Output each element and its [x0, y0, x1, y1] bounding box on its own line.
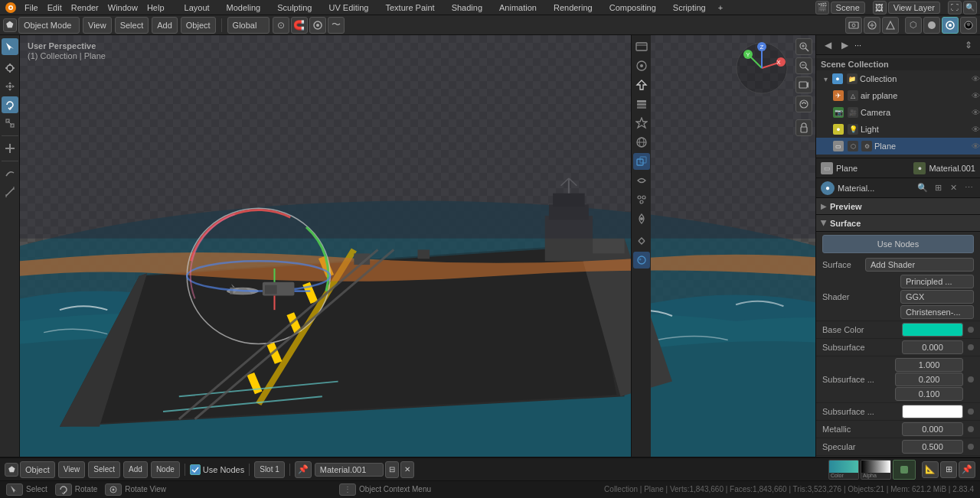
- subsurface-node-dot[interactable]: [968, 344, 974, 350]
- bottom-view-btn[interactable]: View: [58, 461, 86, 478]
- sc-eye-airpplane[interactable]: 👁: [972, 91, 980, 100]
- material-name-field[interactable]: Material.001: [315, 463, 384, 477]
- tab-animation[interactable]: Animation: [492, 0, 544, 15]
- bottom-add-btn[interactable]: Add: [123, 461, 148, 478]
- sc-item-plane[interactable]: ▭ ⬡ ⚙ Plane 👁: [816, 138, 980, 155]
- context-menu-icon[interactable]: ⋮: [339, 483, 356, 496]
- subsurface-value[interactable]: 0.000: [902, 340, 963, 354]
- base-color-swatch[interactable]: [902, 323, 963, 337]
- menu-edit[interactable]: Edit: [43, 0, 67, 15]
- rotate-status-icon[interactable]: [55, 483, 72, 496]
- subsurface-g-value[interactable]: 0.200: [895, 373, 963, 386]
- tool-cursor[interactable]: [2, 60, 18, 76]
- pin-icon[interactable]: 📌: [295, 461, 312, 478]
- preview-section-header[interactable]: ▶ Preview: [816, 198, 980, 215]
- snap-icon[interactable]: 🧲: [291, 17, 308, 34]
- render-overlay-icon[interactable]: [864, 17, 880, 34]
- subsurface-b-value[interactable]: 0.100: [895, 387, 963, 401]
- scene-select[interactable]: Scene: [831, 2, 865, 14]
- bottom-node-btn[interactable]: Node: [151, 461, 180, 478]
- properties-render-icon[interactable]: [633, 57, 650, 74]
- tab-rendering[interactable]: Rendering: [546, 0, 600, 15]
- panel-back-btn[interactable]: ◀: [821, 38, 835, 52]
- solid-mode[interactable]: [923, 17, 940, 34]
- tab-texture-paint[interactable]: Texture Paint: [377, 0, 442, 15]
- material-delete-btn[interactable]: ✕: [946, 181, 960, 195]
- pivot-icon[interactable]: ⊙: [273, 17, 289, 34]
- tab-scripting[interactable]: Scripting: [665, 0, 714, 15]
- axis-widget[interactable]: X Y Z: [735, 41, 789, 96]
- material-options-btn[interactable]: 🔍: [916, 181, 929, 195]
- search-icon[interactable]: 🔍: [963, 1, 977, 15]
- bottom-select-btn[interactable]: Select: [88, 461, 120, 478]
- blender-icon[interactable]: [3, 0, 18, 15]
- tool-rotate[interactable]: [2, 96, 18, 113]
- menu-file[interactable]: File: [20, 0, 43, 15]
- tool-move[interactable]: [2, 78, 18, 95]
- metallic-node-dot[interactable]: [968, 426, 974, 432]
- tab-uv-editing[interactable]: UV Editing: [321, 0, 376, 15]
- render-preview-btn[interactable]: [795, 96, 812, 112]
- tool-select[interactable]: [2, 38, 18, 55]
- specular-node-dot[interactable]: [968, 444, 974, 450]
- add-btn[interactable]: Add: [152, 17, 178, 34]
- gizmo-icon[interactable]: [882, 17, 899, 34]
- sc-arrow-collection[interactable]: ▾: [824, 75, 830, 83]
- tab-layout[interactable]: Layout: [177, 0, 217, 15]
- viewport-3d[interactable]: User Perspective (1) Collection | Plane …: [20, 35, 815, 457]
- properties-world-icon[interactable]: [633, 134, 650, 151]
- menu-window[interactable]: Window: [103, 0, 142, 15]
- use-nodes-button[interactable]: Use Nodes: [822, 235, 974, 253]
- tool-transform[interactable]: [2, 140, 18, 157]
- tab-sculpting[interactable]: Sculpting: [270, 0, 319, 15]
- rendered-mode[interactable]: [960, 17, 977, 34]
- zoom-out-btn[interactable]: [795, 57, 812, 74]
- panel-expand-btn[interactable]: ⇕: [962, 38, 975, 52]
- bottom-cam-icon[interactable]: 📐: [922, 461, 939, 478]
- christensen-dropdown[interactable]: Christensen-...: [900, 305, 974, 319]
- slot-dropdown[interactable]: Slot 1: [254, 461, 285, 478]
- proportional-icon[interactable]: [309, 17, 326, 34]
- menu-help[interactable]: Help: [142, 0, 169, 15]
- sc-item-airpplane[interactable]: ✈ △ air pplane 👁: [816, 87, 980, 104]
- bottom-mode-icon[interactable]: ⬟: [5, 463, 18, 477]
- properties-material-icon[interactable]: [633, 252, 650, 269]
- material-copy-btn[interactable]: ⊞: [931, 181, 945, 195]
- subsurface-radius-dot[interactable]: [968, 376, 974, 382]
- fullscreen-btn[interactable]: ⛶: [948, 1, 962, 15]
- menu-render[interactable]: Render: [67, 0, 103, 15]
- properties-constraints-icon[interactable]: [633, 233, 650, 249]
- select-icon[interactable]: [6, 483, 23, 496]
- object-btn[interactable]: Object: [181, 17, 216, 34]
- add-shader-btn[interactable]: Add Shader: [865, 258, 974, 272]
- bottom-layout-icon[interactable]: ⊞: [940, 461, 957, 478]
- properties-scene-props-icon[interactable]: [633, 115, 650, 132]
- view-status-icon[interactable]: [105, 483, 122, 496]
- shader-dropdown[interactable]: Principled ...: [900, 275, 974, 288]
- tool-measure[interactable]: [2, 184, 18, 200]
- tool-annotate[interactable]: [2, 165, 18, 182]
- view-layer-select[interactable]: View Layer: [888, 2, 940, 14]
- camera-btn[interactable]: [795, 76, 812, 93]
- sc-eye-plane[interactable]: 👁: [972, 142, 980, 151]
- camera-view-icon[interactable]: [845, 17, 862, 34]
- curve-icon[interactable]: 〜: [328, 17, 345, 34]
- panel-forward-btn[interactable]: ▶: [838, 38, 851, 52]
- lock-camera-btn[interactable]: [795, 119, 812, 136]
- properties-object-icon[interactable]: [633, 153, 650, 170]
- properties-particles-icon[interactable]: [633, 191, 650, 208]
- sc-item-light[interactable]: ● 💡 Light 👁: [816, 121, 980, 138]
- sc-eye-camera[interactable]: 👁: [972, 108, 980, 117]
- ggx-dropdown[interactable]: GGX: [900, 290, 974, 304]
- metallic-value[interactable]: 0.000: [902, 422, 963, 436]
- surface-section-header[interactable]: ▶ Surface: [816, 215, 980, 232]
- subsurface-color-swatch[interactable]: [902, 405, 963, 418]
- sc-item-collection[interactable]: ▾ ● 📁 Collection 👁: [816, 70, 980, 87]
- zoom-in-btn[interactable]: [795, 38, 812, 55]
- material-settings-btn[interactable]: ⋯: [962, 181, 975, 195]
- mode-icon[interactable]: ⬟: [3, 18, 17, 32]
- select-btn[interactable]: Select: [115, 17, 149, 34]
- tab-shading[interactable]: Shading: [444, 0, 490, 15]
- properties-modifier-icon[interactable]: [633, 172, 650, 189]
- subsurface-color-dot[interactable]: [968, 408, 974, 415]
